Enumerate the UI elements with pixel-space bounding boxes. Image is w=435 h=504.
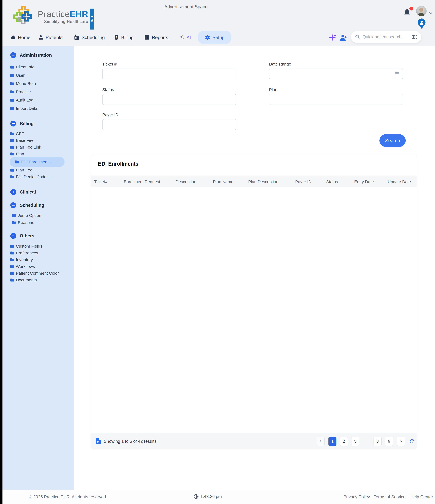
user-avatar[interactable] <box>416 6 426 16</box>
folder-icon <box>10 175 14 179</box>
status-label: Status <box>102 87 114 92</box>
search-input[interactable] <box>363 35 409 39</box>
page-2-button[interactable]: 2 <box>340 437 348 446</box>
logo-practice-text: Practice <box>38 9 70 19</box>
search-icon <box>355 34 360 40</box>
section-others[interactable]: Others <box>10 233 74 239</box>
folder-icon <box>10 244 14 248</box>
sidebar-item-workflows[interactable]: Workflows <box>10 263 74 270</box>
calendar-icon[interactable] <box>394 71 400 77</box>
payer-id-label: Payer ID <box>102 112 118 117</box>
sidebar-item-practice[interactable]: Practice <box>10 88 74 96</box>
nav-reports[interactable]: Reports <box>144 29 168 46</box>
sidebar-item-plan-fee-link[interactable]: Plan Fee Link <box>10 144 74 151</box>
date-range-input[interactable] <box>269 69 403 79</box>
page-prev-button[interactable] <box>317 437 325 446</box>
practice-ehr-logo[interactable]: PracticeEHR Simplifying Healthcare Pro <box>13 6 94 29</box>
plan-input[interactable] <box>269 94 403 105</box>
ticket-input[interactable] <box>102 69 236 79</box>
notification-badge <box>409 7 413 10</box>
sidebar-item-plan[interactable]: Plan <box>10 151 74 157</box>
nav-scheduling-label: Scheduling <box>82 35 105 40</box>
page-ellipsis: ... <box>364 440 368 444</box>
folder-icon <box>10 65 14 69</box>
item-label: Menu Role <box>16 81 36 86</box>
help-center-link[interactable]: Help Center <box>410 495 433 499</box>
sidebar-item-inventory[interactable]: Inventory <box>10 256 74 263</box>
person-pin-icon[interactable] <box>417 18 426 29</box>
col-ticket: Ticket# <box>94 180 124 184</box>
page-next-button[interactable] <box>397 437 405 446</box>
page-8-button[interactable]: 8 <box>374 437 382 446</box>
item-label: Patient Comment Color <box>16 271 59 276</box>
practice-ehr-app: Advertisement Space PracticeEHR Simplify… <box>0 0 435 504</box>
nav-scheduling[interactable]: Scheduling <box>74 29 105 46</box>
col-payer-id: Payer ID <box>295 180 326 184</box>
privacy-policy-link[interactable]: Privacy Policy <box>343 495 370 499</box>
payer-id-input[interactable] <box>102 119 236 130</box>
ai-sparkle-icon <box>179 35 184 40</box>
folder-icon <box>10 73 14 77</box>
status-input[interactable] <box>102 94 236 105</box>
sidebar-item-jump-option[interactable]: Jump Option <box>10 212 74 219</box>
section-billing[interactable]: Billing <box>10 121 74 127</box>
sidebar-item-plan-fee[interactable]: Plan Fee <box>10 167 74 173</box>
sidebar-item-documents[interactable]: Documents <box>10 277 74 283</box>
section-scheduling-label: Scheduling <box>20 203 44 208</box>
folder-icon <box>15 160 19 164</box>
sidebar-item-menu-role[interactable]: Menu Role <box>10 80 74 88</box>
chevron-left-icon <box>319 439 322 443</box>
search-button[interactable]: Search <box>379 134 406 147</box>
account-chevron-down-icon[interactable] <box>428 10 433 16</box>
terms-of-service-link[interactable]: Terms of Service <box>374 495 406 499</box>
chevron-right-icon <box>399 439 403 443</box>
nav-patients[interactable]: Patients <box>38 29 62 46</box>
sidebar-item-base-fee[interactable]: Base Fee <box>10 137 74 144</box>
page-9-button[interactable]: 9 <box>385 437 393 446</box>
nav-billing[interactable]: $ Billing <box>113 29 134 46</box>
folder-icon <box>12 214 16 217</box>
sidebar-item-audit-log[interactable]: Audit Log <box>10 96 74 104</box>
folder-icon <box>10 82 14 85</box>
sidebar-item-user[interactable]: User <box>10 71 74 80</box>
sidebar-item-custom-fields[interactable]: Custom Fields <box>10 243 74 250</box>
logo-pro-badge: Pro <box>90 9 94 29</box>
sidebar-item-client-info[interactable]: Client Info <box>10 63 74 71</box>
section-administration[interactable]: Administration <box>10 52 74 58</box>
item-label: Workflows <box>16 264 35 269</box>
filter-sliders-icon[interactable] <box>411 34 418 40</box>
page-3-button[interactable]: 3 <box>351 437 359 446</box>
sidebar-item-reasons[interactable]: Reasons <box>10 219 74 226</box>
sidebar-item-cpt[interactable]: CPT <box>10 130 74 137</box>
nav-home[interactable]: Home <box>10 29 30 46</box>
sidebar-item-patient-comment-color[interactable]: Patient Comment Color <box>10 270 74 277</box>
notifications-button[interactable] <box>403 7 413 17</box>
table-body-empty <box>91 188 417 433</box>
item-label: Documents <box>16 278 37 282</box>
copyright-text: © 2025 Practice EHR. All rights reserved… <box>29 495 107 499</box>
ai-quick-sparkle-icon[interactable] <box>329 33 337 42</box>
setup-sidebar: Administration Client Info User Menu Rol… <box>2 46 74 490</box>
ticket-label: Ticket # <box>102 62 117 66</box>
section-scheduling[interactable]: Scheduling <box>10 202 74 208</box>
sidebar-item-edi-enrollments[interactable]: EDI Enrollments <box>10 157 64 167</box>
refresh-icon[interactable] <box>409 438 415 444</box>
folder-icon <box>10 258 14 261</box>
nav-ai[interactable]: AI <box>179 29 191 46</box>
sidebar-item-preferences[interactable]: Preferences <box>10 250 74 256</box>
item-label: F/U Denial Codes <box>16 174 49 179</box>
nav-setup[interactable]: Setup <box>198 31 231 44</box>
item-label: Preferences <box>16 251 38 255</box>
edi-enrollments-card: EDI Enrollments Ticket# Enrollment Reque… <box>91 155 417 449</box>
section-clinical[interactable]: Clinical <box>10 189 74 195</box>
page-1-button[interactable]: 1 <box>329 437 336 446</box>
add-patient-icon[interactable] <box>339 34 348 42</box>
excel-export-icon[interactable]: x <box>96 438 101 444</box>
nav-setup-label: Setup <box>212 35 225 40</box>
sidebar-item-fu-denial-codes[interactable]: F/U Denial Codes <box>10 173 74 180</box>
scheduling-icon <box>74 35 80 40</box>
item-label: Inventory <box>16 257 33 262</box>
sidebar-item-import-data[interactable]: Import Data <box>10 104 74 113</box>
item-label: CPT <box>16 131 24 136</box>
svg-text:x: x <box>97 441 99 443</box>
